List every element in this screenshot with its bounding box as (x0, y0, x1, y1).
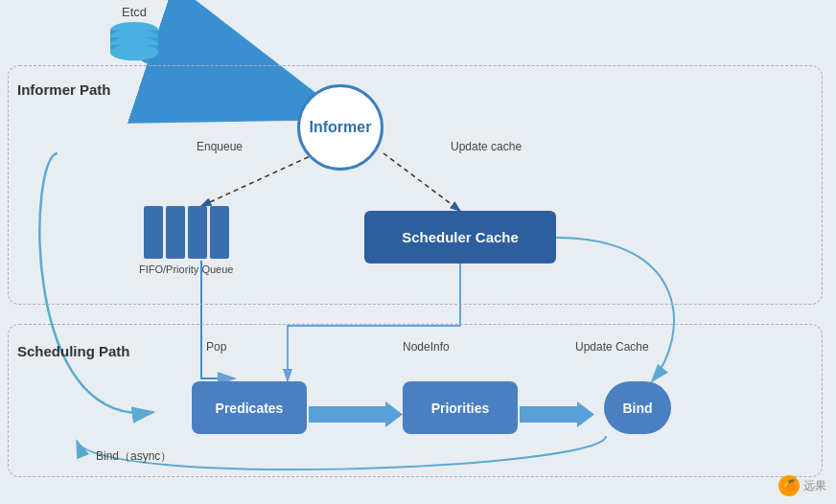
etcd-label: Etcd (122, 5, 147, 19)
label-pop: Pop (206, 340, 226, 354)
label-update-cache2: Update Cache (575, 340, 649, 354)
diagram-container: Informer Path Scheduling Path Etcd Infor… (0, 0, 836, 504)
etcd-container: Etcd (105, 5, 163, 69)
priorities-box: Priorities (403, 381, 518, 434)
etcd-icon (105, 21, 163, 69)
label-bind-async: Bind（async） (96, 448, 172, 465)
queue-bar-3 (188, 206, 207, 259)
watermark: 🍊 远果 (778, 475, 826, 496)
predicates-label: Predicates (216, 401, 284, 416)
priorities-label: Priorities (431, 401, 490, 416)
label-nodeinfo: NodeInfo (403, 340, 450, 354)
scheduler-cache-box: Scheduler Cache (364, 211, 556, 263)
predicates-box: Predicates (192, 381, 307, 434)
informer-path-label: Informer Path (17, 81, 111, 98)
fifo-queue-label: FIFO/Priority Queue (139, 263, 233, 275)
informer-path-box (8, 65, 823, 305)
label-update-cache: Update cache (451, 140, 522, 153)
svg-point-12 (110, 44, 158, 60)
informer-circle: Informer (297, 84, 383, 171)
watermark-text: 远果 (803, 478, 826, 494)
informer-label: Informer (310, 119, 372, 136)
scheduling-path-label: Scheduling Path (17, 343, 130, 359)
watermark-icon: 🍊 (778, 475, 800, 496)
fifo-queue-bars (144, 206, 229, 259)
fifo-queue-container: FIFO/Priority Queue (139, 206, 233, 275)
bind-circle: Bind (604, 381, 671, 434)
bind-label: Bind (622, 401, 652, 416)
queue-bar-1 (144, 206, 163, 259)
queue-bar-2 (166, 206, 185, 259)
scheduler-cache-label: Scheduler Cache (402, 229, 519, 245)
queue-bar-4 (210, 206, 229, 259)
label-enqueue: Enqueue (197, 140, 243, 153)
